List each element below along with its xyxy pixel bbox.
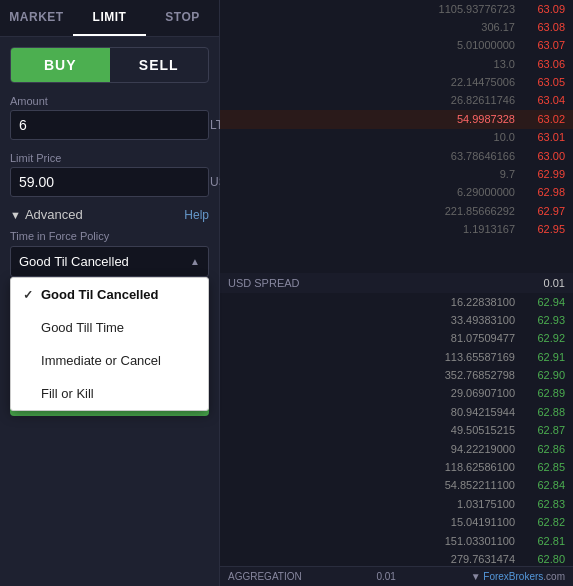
ask-price[interactable]: 63.08	[515, 20, 565, 35]
ask-qty: 9.7	[228, 167, 515, 182]
bid-price[interactable]: 62.83	[515, 497, 565, 512]
tif-option-ioc-label: Immediate or Cancel	[41, 353, 161, 368]
ask-row: 6.29000000 62.98	[220, 184, 573, 202]
ask-row: 22.14475006 63.05	[220, 74, 573, 92]
tab-limit[interactable]: LIMIT	[73, 0, 146, 36]
limit-price-label: Limit Price	[10, 152, 209, 164]
help-link[interactable]: Help	[184, 208, 209, 222]
ask-price[interactable]: 63.01	[515, 130, 565, 145]
buy-button[interactable]: BUY	[11, 48, 110, 82]
aggregation-value: 0.01	[376, 571, 395, 582]
ask-row: 306.17 63.08	[220, 18, 573, 36]
ask-qty: 5.01000000	[228, 38, 515, 53]
forexbrokers-logo: ▼ ForexBrokers.com	[471, 571, 565, 582]
tif-option-gtt[interactable]: Good Till Time	[11, 311, 208, 344]
ask-price[interactable]: 63.09	[515, 2, 565, 17]
bid-row: 279.7631474 62.80	[220, 550, 573, 566]
ask-row: 10.0 63.01	[220, 129, 573, 147]
ask-qty: 306.17	[228, 20, 515, 35]
ask-price[interactable]: 63.06	[515, 57, 565, 72]
ask-price[interactable]: 63.04	[515, 93, 565, 108]
ask-row: 13.0 63.06	[220, 55, 573, 73]
sell-button[interactable]: SELL	[110, 48, 209, 82]
bid-row: 118.62586100 62.85	[220, 459, 573, 477]
bid-price[interactable]: 62.86	[515, 442, 565, 457]
bid-price[interactable]: 62.88	[515, 405, 565, 420]
ask-price[interactable]: 62.99	[515, 167, 565, 182]
bid-price[interactable]: 62.93	[515, 313, 565, 328]
ask-qty: 1.1913167	[228, 222, 515, 237]
orderbook-asks: 1105.93776723 63.09 306.17 63.08 5.01000…	[220, 0, 573, 273]
ask-row: 54.9987328 63.02	[220, 110, 573, 128]
bid-price[interactable]: 62.92	[515, 331, 565, 346]
bid-price[interactable]: 62.90	[515, 368, 565, 383]
ask-price[interactable]: 63.07	[515, 38, 565, 53]
aggregation-label: AGGREGATION	[228, 571, 302, 582]
bid-row: 352.76852798 62.90	[220, 367, 573, 385]
bid-price[interactable]: 62.89	[515, 386, 565, 401]
tif-dropdown-trigger[interactable]: Good Til Cancelled ▲	[10, 246, 209, 277]
tab-market[interactable]: MARKET	[0, 0, 73, 36]
bid-price[interactable]: 62.84	[515, 478, 565, 493]
ask-qty: 22.14475006	[228, 75, 515, 90]
ask-price[interactable]: 63.00	[515, 149, 565, 164]
amount-label: Amount	[10, 95, 209, 107]
amount-input[interactable]	[11, 111, 202, 139]
advanced-label: Advanced	[25, 207, 83, 222]
bid-row: 151.03301100 62.81	[220, 532, 573, 550]
advanced-toggle[interactable]: ▼ Advanced	[10, 207, 83, 222]
aggregation-bar: AGGREGATION 0.01 ▼ ForexBrokers.com	[220, 566, 573, 586]
bid-price[interactable]: 62.91	[515, 350, 565, 365]
bid-price[interactable]: 62.81	[515, 534, 565, 549]
bid-qty: 15.04191100	[228, 515, 515, 530]
bid-qty: 29.06907100	[228, 386, 515, 401]
ask-qty: 6.29000000	[228, 185, 515, 200]
bid-price[interactable]: 62.85	[515, 460, 565, 475]
ask-qty: 1105.93776723	[228, 2, 515, 17]
tif-option-ioc[interactable]: Immediate or Cancel	[11, 344, 208, 377]
tif-option-fok[interactable]: Fill or Kill	[11, 377, 208, 410]
ask-row: 26.82611746 63.04	[220, 92, 573, 110]
bid-price[interactable]: 62.80	[515, 552, 565, 566]
ask-price[interactable]: 62.97	[515, 204, 565, 219]
check-icon-empty	[23, 354, 33, 368]
tif-option-fok-label: Fill or Kill	[41, 386, 94, 401]
bid-row: 94.22219000 62.86	[220, 440, 573, 458]
ask-price[interactable]: 62.98	[515, 185, 565, 200]
ask-qty: 54.9987328	[228, 112, 515, 127]
ask-price[interactable]: 63.02	[515, 112, 565, 127]
bid-row: 16.22838100 62.94	[220, 293, 573, 311]
ask-price[interactable]: 62.95	[515, 222, 565, 237]
tif-option-gtc[interactable]: ✓ Good Til Cancelled	[11, 278, 208, 311]
ask-price[interactable]: 63.05	[515, 75, 565, 90]
bid-price[interactable]: 62.87	[515, 423, 565, 438]
check-icon: ✓	[23, 288, 33, 302]
bid-qty: 16.22838100	[228, 295, 515, 310]
tab-stop[interactable]: STOP	[146, 0, 219, 36]
ask-qty: 10.0	[228, 130, 515, 145]
bid-qty: 33.49383100	[228, 313, 515, 328]
bid-row: 113.65587169 62.91	[220, 348, 573, 366]
tif-option-gtc-label: Good Til Cancelled	[41, 287, 159, 302]
chevron-down-icon: ▼	[10, 209, 21, 221]
bid-row: 33.49383100 62.93	[220, 311, 573, 329]
bid-qty: 352.76852798	[228, 368, 515, 383]
ask-row: 1.1913167 62.95	[220, 221, 573, 239]
orderbook-bids: 16.22838100 62.94 33.49383100 62.93 81.0…	[220, 293, 573, 566]
tif-dropdown-menu: ✓ Good Til Cancelled Good Till Time Imme…	[10, 277, 209, 411]
ask-row: 5.01000000 63.07	[220, 37, 573, 55]
limit-price-input[interactable]	[11, 168, 202, 196]
tif-dropdown-container: Good Til Cancelled ▲ ✓ Good Til Cancelle…	[10, 246, 209, 277]
chevron-down-icon: ▲	[190, 256, 200, 267]
amount-input-row: LTC	[10, 110, 209, 140]
bid-qty: 1.03175100	[228, 497, 515, 512]
bid-row: 29.06907100 62.89	[220, 385, 573, 403]
check-icon-empty	[23, 387, 33, 401]
bid-qty: 151.03301100	[228, 534, 515, 549]
bid-qty: 118.62586100	[228, 460, 515, 475]
bid-qty: 113.65587169	[228, 350, 515, 365]
bid-price[interactable]: 62.82	[515, 515, 565, 530]
bid-price[interactable]: 62.94	[515, 295, 565, 310]
bid-qty: 54.852211100	[228, 478, 515, 493]
bid-qty: 49.50515215	[228, 423, 515, 438]
